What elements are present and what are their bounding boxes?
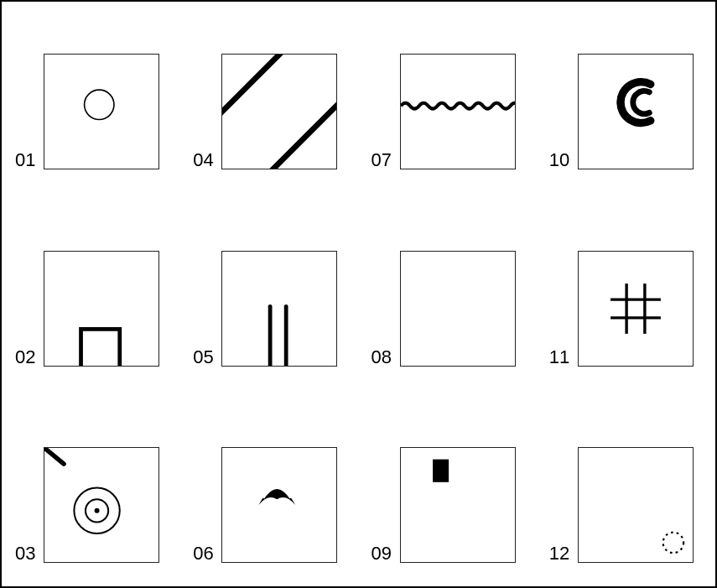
tile-12: [578, 447, 694, 563]
cell-label: 05: [193, 348, 216, 367]
cell-label: 08: [371, 348, 395, 367]
cell-label: 07: [371, 151, 395, 169]
cell-01: 01: [15, 25, 168, 169]
tile-03: [44, 447, 159, 563]
open-rectangle-bottom-icon: [44, 252, 158, 366]
tile-grid: 01 02 03: [15, 25, 702, 563]
cell-11: 11: [549, 221, 702, 366]
hash-grid-icon: [579, 252, 693, 366]
cell-02: 02: [15, 221, 168, 366]
double-c-icon: [579, 55, 693, 169]
svg-line-1: [44, 448, 64, 464]
tile-06: [221, 447, 337, 563]
cell-label: 02: [15, 348, 39, 367]
crescent-arc-icon: [222, 448, 336, 562]
tile-07: [400, 54, 516, 169]
cell-12: 12: [549, 419, 702, 563]
small-black-rectangle-icon: [401, 448, 515, 562]
wavy-line-icon: [401, 55, 515, 169]
cell-label: 03: [15, 544, 39, 563]
target-with-tick-icon: [44, 448, 158, 562]
cell-label: 04: [193, 151, 216, 169]
circle-outline-icon: [44, 55, 158, 169]
cell-10: 10: [549, 25, 702, 169]
cell-label: 10: [549, 151, 573, 169]
tile-01: [44, 54, 159, 169]
cell-04: 04: [193, 25, 346, 169]
cell-09: 09: [371, 419, 524, 563]
cell-06: 06: [193, 419, 346, 563]
cell-label: 09: [371, 544, 395, 563]
dotted-small-circle-icon: [579, 448, 693, 562]
cell-label: 01: [15, 151, 39, 169]
svg-point-4: [95, 508, 100, 513]
cell-08: 08: [371, 221, 524, 366]
svg-line-5: [222, 55, 285, 117]
cell-label: 11: [549, 348, 573, 367]
two-vertical-lines-icon: [222, 252, 336, 366]
tile-11: [578, 251, 694, 367]
cell-label: 06: [193, 544, 216, 563]
two-diagonal-lines-icon: [222, 55, 336, 169]
svg-point-14: [662, 533, 683, 553]
page-frame: 01 02 03: [0, 0, 717, 588]
tile-08: [400, 251, 516, 367]
cell-07: 07: [371, 25, 524, 169]
tile-04: [221, 54, 337, 169]
blank-icon: [401, 252, 515, 366]
tile-02: [44, 251, 159, 367]
tile-05: [221, 251, 337, 367]
svg-rect-9: [433, 460, 449, 482]
tile-09: [400, 447, 516, 563]
cell-03: 03: [15, 419, 168, 563]
cell-05: 05: [193, 221, 346, 366]
svg-point-0: [85, 90, 114, 119]
tile-10: [578, 54, 694, 169]
svg-line-6: [268, 101, 337, 169]
cell-label: 12: [549, 544, 573, 563]
